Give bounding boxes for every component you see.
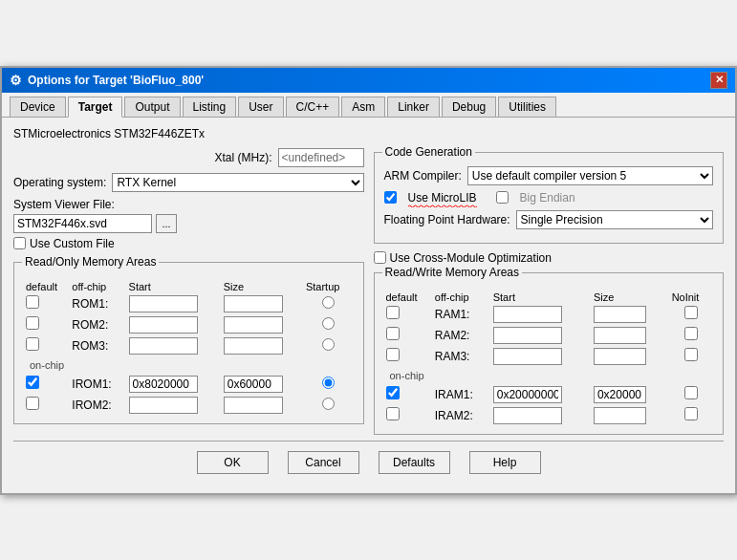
col-off-chip: off-chip (70, 280, 126, 293)
iram1-size[interactable] (594, 386, 646, 403)
iram1-default-cb[interactable] (386, 386, 400, 399)
big-endian-checkbox[interactable] (496, 191, 509, 204)
arm-compiler-select[interactable]: Use default compiler version 5 (467, 166, 713, 185)
table-row: IROM2: (24, 395, 354, 416)
ram3-noinit[interactable] (684, 348, 698, 361)
ram3-start[interactable] (493, 348, 562, 365)
table-row: IRAM2: (384, 405, 714, 426)
tab-device[interactable]: Device (10, 97, 66, 117)
microlib-label-container: Use MicroLIB (408, 191, 477, 205)
xtal-label: Xtal (MHz): (215, 151, 272, 164)
col-size: Size (222, 280, 304, 293)
tab-linker[interactable]: Linker (387, 97, 440, 117)
ram3-default-cb[interactable] (386, 348, 400, 361)
on-chip-separator-rw: on-chip (384, 367, 714, 384)
rom2-default-cb[interactable] (26, 316, 39, 330)
browse-button[interactable]: ... (156, 214, 177, 233)
tab-user[interactable]: User (238, 97, 283, 117)
title-icon: ⚙ (10, 73, 22, 88)
os-select[interactable]: RTX Kernel (112, 173, 363, 192)
table-row: IRAM1: (384, 384, 714, 405)
device-name: STMicroelectronics STM32F446ZETx (13, 127, 724, 140)
table-row: IROM1: (24, 374, 354, 395)
read-write-table: default off-chip Start Size NoInit (384, 291, 714, 426)
big-endian-label: Big Endian (520, 191, 575, 205)
cross-module-label: Use Cross-Module Optimization (390, 251, 552, 265)
rom2-size[interactable] (224, 316, 283, 334)
tab-target[interactable]: Target (68, 97, 123, 118)
ram2-start[interactable] (493, 327, 562, 344)
right-panel: Code Generation ARM Compiler: Use defaul… (374, 148, 725, 435)
svd-label: System Viewer File: (13, 198, 364, 211)
iram2-size[interactable] (594, 407, 646, 424)
rom2-start[interactable] (129, 316, 198, 334)
irom2-start[interactable] (129, 397, 198, 414)
ram1-noinit[interactable] (684, 306, 698, 319)
ram2-noinit[interactable] (684, 327, 698, 340)
use-microlib-checkbox[interactable] (384, 191, 397, 204)
rom3-start[interactable] (129, 337, 198, 355)
rw-col-size: Size (592, 291, 670, 304)
cross-module-checkbox[interactable] (374, 251, 386, 264)
rom3-startup[interactable] (322, 338, 335, 351)
tab-utilities[interactable]: Utilities (498, 97, 556, 117)
iram1-noinit[interactable] (684, 386, 698, 399)
irom1-default-cb[interactable] (26, 376, 39, 389)
ram1-default-cb[interactable] (386, 306, 400, 319)
use-microlib-label: Use MicroLIB (408, 191, 477, 205)
svd-input[interactable] (13, 214, 152, 233)
ram1-size[interactable] (594, 306, 646, 323)
help-button[interactable]: Help (469, 451, 541, 474)
rw-col-start: Start (491, 291, 592, 304)
irom2-default-cb[interactable] (26, 397, 39, 410)
irom1-startup[interactable] (322, 377, 335, 389)
left-panel: Xtal (MHz): Operating system: RTX Kernel… (13, 148, 364, 435)
rom1-start[interactable] (129, 295, 198, 312)
ram2-size[interactable] (594, 327, 646, 344)
irom1-start[interactable] (129, 376, 198, 393)
use-custom-file-checkbox[interactable] (13, 237, 26, 249)
fp-select[interactable]: Not Used Single Precision Double Precisi… (516, 210, 713, 229)
tab-c-cpp[interactable]: C/C++ (286, 97, 340, 117)
rom3-size[interactable] (224, 337, 283, 355)
rom2-startup[interactable] (322, 317, 335, 330)
ram1-start[interactable] (493, 306, 562, 323)
irom1-size[interactable] (224, 376, 283, 393)
tab-listing[interactable]: Listing (183, 97, 237, 117)
iram2-default-cb[interactable] (386, 407, 400, 420)
rw-col-default: default (384, 291, 433, 304)
on-chip-separator-ro: on-chip (24, 356, 354, 374)
col-default: default (24, 280, 70, 293)
xtal-input[interactable] (278, 148, 364, 167)
bottom-buttons: OK Cancel Defaults Help (13, 441, 724, 484)
tab-bar: Device Target Output Listing User C/C++ … (2, 93, 735, 118)
table-row: RAM2: (384, 325, 714, 346)
col-startup: Startup (304, 280, 354, 293)
ok-button[interactable]: OK (197, 451, 269, 474)
title-bar: ⚙ Options for Target 'BioFluo_800' ✕ (2, 68, 735, 93)
tab-debug[interactable]: Debug (442, 97, 496, 117)
iram2-start[interactable] (493, 407, 562, 424)
use-custom-file-label: Use Custom File (30, 237, 115, 250)
rom1-startup[interactable] (322, 296, 335, 309)
ram2-default-cb[interactable] (386, 327, 400, 340)
main-dialog: ⚙ Options for Target 'BioFluo_800' ✕ Dev… (0, 66, 737, 495)
arm-compiler-label: ARM Compiler: (384, 169, 462, 183)
table-row: ROM3: (24, 335, 354, 356)
rw-col-off-chip: off-chip (433, 291, 491, 304)
rom1-default-cb[interactable] (26, 295, 39, 309)
table-row: ROM1: (24, 293, 354, 314)
irom2-startup[interactable] (322, 398, 335, 410)
rom3-default-cb[interactable] (26, 337, 39, 351)
iram1-start[interactable] (493, 386, 562, 403)
fp-label: Floating Point Hardware: (384, 213, 510, 226)
defaults-button[interactable]: Defaults (379, 451, 450, 474)
cancel-button[interactable]: Cancel (288, 451, 359, 474)
close-button[interactable]: ✕ (710, 72, 727, 89)
iram2-noinit[interactable] (684, 407, 698, 420)
ram3-size[interactable] (594, 348, 646, 365)
rom1-size[interactable] (224, 295, 283, 312)
irom2-size[interactable] (224, 397, 283, 414)
tab-output[interactable]: Output (124, 97, 180, 117)
tab-asm[interactable]: Asm (341, 97, 385, 117)
